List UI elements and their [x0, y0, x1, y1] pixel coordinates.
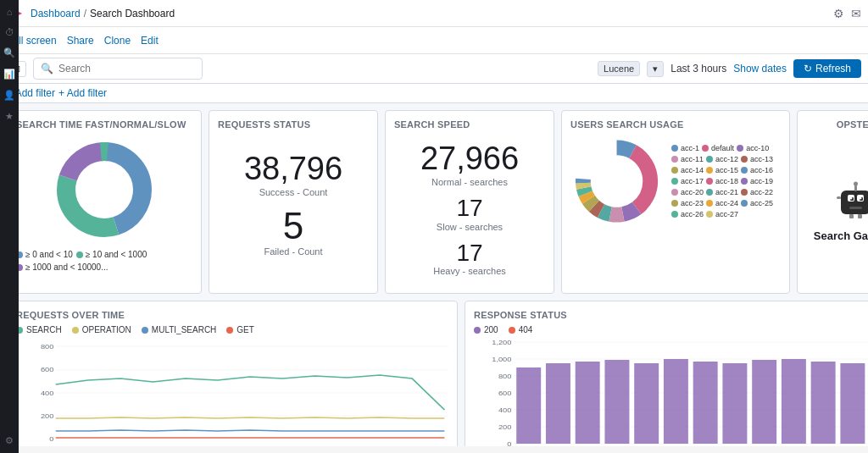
breadcrumb: Dashboard / Search Dashboard — [31, 8, 175, 19]
legend-multi-search: MULTI_SEARCH — [142, 325, 217, 334]
legend-acc-27: acc-27 — [706, 210, 738, 218]
dot-acc-1 — [671, 145, 678, 152]
sidebar-clock-icon[interactable]: ⏱ — [5, 27, 14, 37]
top-bar-right: ⚙ ✉ — [833, 7, 861, 20]
lucene-badge[interactable]: Lucene — [598, 61, 640, 76]
sidebar-search-icon[interactable]: 🔍 — [3, 47, 15, 58]
bottom-panels: Requests over time SEARCH OPERATION MULT… — [7, 301, 868, 446]
dot-acc-18 — [706, 178, 713, 185]
requests-status-title: Requests status — [218, 119, 369, 130]
slow-count: 17 — [456, 196, 482, 222]
dot-acc-16 — [741, 167, 748, 174]
dot-multi-search — [142, 327, 148, 334]
legend-acc-24: acc-24 — [706, 199, 738, 207]
requests-legend: SEARCH OPERATION MULTI_SEARCH GET — [16, 325, 448, 334]
svg-rect-63 — [811, 362, 836, 444]
svg-point-20 — [850, 196, 853, 199]
dot-acc-21 — [706, 189, 713, 196]
users-search-legend: acc-1 default acc-10 acc-11 acc-12 acc-1… — [671, 144, 781, 218]
legend-acc-13: acc-13 — [741, 155, 773, 163]
response-legend: 200 404 — [474, 325, 868, 334]
search-time-legend: ≥ 0 and < 10 ≥ 10 and < 1000 ≥ 1000 and … — [16, 250, 192, 272]
svg-text:0: 0 — [49, 435, 53, 443]
requests-status-panel: Requests status 38,796 Success - Count 5… — [209, 110, 378, 294]
response-status-title: Response Status — [474, 310, 868, 320]
legend-acc-15: acc-15 — [706, 166, 738, 174]
legend-acc-16: acc-16 — [741, 166, 773, 174]
legend-acc-10: acc-10 — [737, 144, 769, 152]
chevron-down-icon: ▾ — [653, 64, 658, 75]
legend-get: GET — [226, 325, 254, 334]
success-label: Success - Count — [259, 187, 328, 197]
sidebar-chart-icon[interactable]: 📊 — [3, 69, 15, 80]
top-panels: Search time fast/normal/slow ≥ 0 and < 1… — [7, 110, 868, 294]
dot-acc-14 — [671, 167, 678, 174]
legend-acc-19: acc-19 — [741, 177, 773, 185]
svg-rect-56 — [604, 360, 629, 444]
mail-icon[interactable]: ✉ — [851, 7, 861, 20]
breadcrumb-home[interactable]: Dashboard — [31, 8, 81, 19]
response-chart-wrapper: Count 1,200 1,000 800 — [474, 338, 868, 446]
svg-rect-60 — [722, 363, 747, 444]
clone-link[interactable]: Clone — [104, 35, 131, 47]
search-speed-panel: Search speed 27,966 Normal - searches 17… — [385, 110, 554, 294]
search-time-title: Search time fast/normal/slow — [16, 119, 192, 130]
svg-text:200: 200 — [41, 412, 54, 420]
dot-acc-24 — [706, 200, 713, 207]
refresh-button[interactable]: ↻ Refresh — [793, 59, 861, 78]
action-bar: Full screen Share Clone Edit — [0, 27, 868, 54]
dot-acc-13 — [741, 156, 748, 163]
svg-rect-28 — [858, 214, 862, 218]
sidebar-settings-icon[interactable]: ⚙ — [5, 435, 14, 446]
heavy-count: 17 — [456, 240, 482, 267]
opster-content: Search Gateway — [814, 135, 868, 285]
settings-icon[interactable]: ⚙ — [833, 7, 844, 20]
svg-text:400: 400 — [41, 389, 54, 397]
normal-label: Normal - searches — [431, 177, 508, 187]
dot-acc-19 — [741, 178, 748, 185]
response-status-panel: Response Status 200 404 Count — [465, 301, 868, 446]
search-input[interactable] — [58, 63, 160, 75]
failed-count: 5 — [283, 206, 303, 246]
edit-link[interactable]: Edit — [141, 35, 159, 47]
kql-toggle[interactable]: ▾ — [647, 61, 664, 77]
sidebar-users-icon[interactable]: 👤 — [3, 90, 15, 101]
requests-over-time-panel: Requests over time SEARCH OPERATION MULT… — [7, 301, 458, 446]
legend-404: 404 — [509, 325, 533, 334]
legend-acc-21: acc-21 — [706, 188, 738, 196]
heavy-label: Heavy - searches — [433, 266, 506, 276]
legend-acc-12: acc-12 — [706, 155, 738, 163]
search-speed-title: Search speed — [394, 119, 545, 130]
legend-operation: OPERATION — [72, 325, 131, 334]
legend-acc-14: acc-14 — [671, 166, 704, 174]
dot-acc-20 — [671, 189, 678, 196]
legend-acc-25: acc-25 — [741, 199, 773, 207]
breadcrumb-separator: / — [84, 8, 86, 19]
add-filter-label[interactable]: + Add filter — [58, 87, 107, 99]
svg-text:1,000: 1,000 — [492, 356, 511, 363]
dot-404 — [509, 327, 515, 334]
requests-status-content: 38,796 Success - Count 5 Failed - Count — [218, 135, 369, 265]
svg-text:400: 400 — [498, 406, 512, 414]
dot-acc-17 — [671, 178, 678, 185]
sidebar-star-icon[interactable]: ★ — [5, 111, 14, 122]
success-count: 38,796 — [244, 152, 342, 187]
response-bar-chart: 1,200 1,000 800 600 400 200 0 — [484, 338, 868, 446]
users-legend-rows: acc-1 default acc-10 acc-11 acc-12 acc-1… — [671, 144, 781, 218]
dot-get — [226, 327, 233, 334]
svg-rect-57 — [634, 363, 659, 444]
users-donut-chart — [570, 135, 663, 228]
slow-label: Slow - searches — [437, 222, 503, 232]
svg-point-21 — [860, 196, 862, 199]
legend-acc-1: acc-1 — [671, 144, 699, 152]
show-dates-button[interactable]: Show dates — [733, 63, 787, 75]
search-box[interactable]: 🔍 — [33, 58, 203, 80]
dot-operation — [72, 327, 79, 334]
legend-default: default — [702, 144, 734, 152]
requests-over-time-title: Requests over time — [16, 310, 448, 320]
svg-rect-62 — [782, 359, 806, 444]
share-link[interactable]: Share — [67, 35, 94, 47]
response-y-axis-label: Count — [474, 338, 482, 446]
sidebar-home-icon[interactable]: ⌂ — [7, 7, 13, 17]
dot-acc-22 — [741, 189, 748, 196]
